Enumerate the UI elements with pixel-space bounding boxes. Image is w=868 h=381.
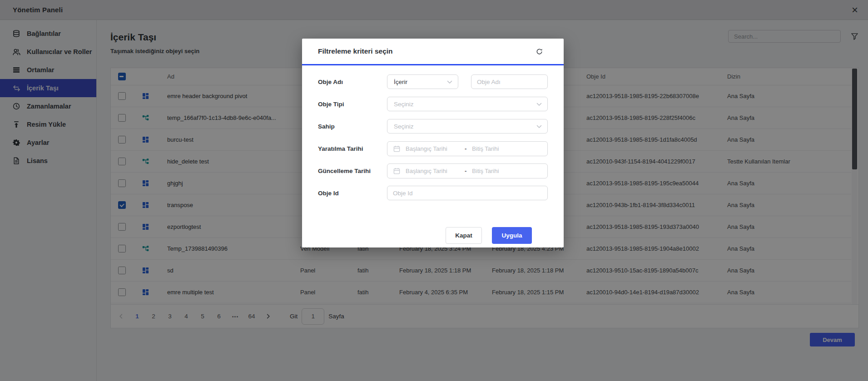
field-label-guncelleme-tarihi: Güncelleme Tarihi (318, 168, 387, 174)
yaratilma-end-date-input[interactable] (471, 145, 520, 153)
calendar-icon (393, 168, 400, 174)
field-label-sahip: Sahip (318, 123, 387, 130)
field-label-yaratilma-tarihi: Yaratılma Tarihi (318, 145, 387, 152)
uygula-button[interactable]: Uygula (492, 227, 532, 244)
yaratilma-date-range[interactable]: - (387, 141, 548, 156)
sahip-placeholder: Seçiniz (394, 123, 414, 130)
chevron-down-icon (536, 100, 542, 108)
yaratilma-start-date-input[interactable] (405, 145, 460, 153)
field-label-obje-adi: Obje Adı (318, 79, 387, 85)
refresh-icon[interactable] (536, 48, 543, 55)
calendar-icon (393, 145, 400, 152)
chevron-down-icon (536, 122, 542, 130)
kapat-button[interactable]: Kapat (446, 227, 482, 244)
obje-tipi-placeholder: Seçiniz (394, 101, 414, 108)
operator-value: İçerir (394, 79, 407, 85)
date-separator: - (465, 145, 466, 152)
obje-id-input[interactable] (387, 186, 548, 200)
modal-body: Obje Adı İçerir Obje Tipi Seçiniz (302, 65, 564, 244)
guncelleme-start-date-input[interactable] (405, 167, 460, 175)
operator-select[interactable]: İçerir (387, 74, 458, 89)
field-label-obje-id: Obje Id (318, 190, 387, 197)
date-separator: - (465, 168, 466, 174)
guncelleme-end-date-input[interactable] (471, 167, 520, 175)
obje-adi-input[interactable] (471, 74, 548, 89)
chevron-down-icon (447, 78, 452, 86)
obje-tipi-select[interactable]: Seçiniz (387, 97, 548, 111)
modal-header: Filtreleme kriteri seçin (302, 39, 564, 65)
admin-panel-window: Yönetim Paneli × BağlantılarKullanıcılar… (0, 0, 868, 381)
filter-modal: Filtreleme kriteri seçin Obje Adı İçerir (302, 39, 564, 247)
guncelleme-date-range[interactable]: - (387, 163, 548, 178)
modal-title: Filtreleme kriteri seçin (318, 47, 393, 55)
sahip-select[interactable]: Seçiniz (387, 119, 548, 134)
field-label-obje-tipi: Obje Tipi (318, 101, 387, 108)
